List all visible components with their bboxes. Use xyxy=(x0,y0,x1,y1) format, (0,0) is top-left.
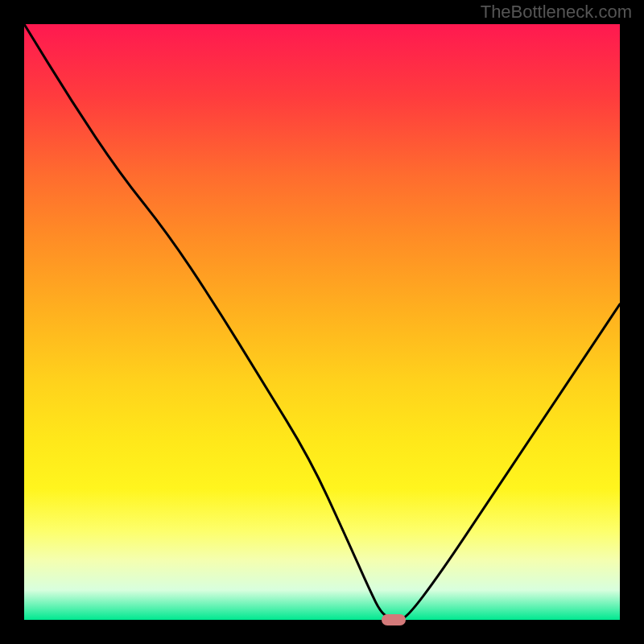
optimal-point-marker xyxy=(382,614,406,625)
chart-plot-area xyxy=(24,24,620,620)
bottleneck-curve xyxy=(24,24,620,620)
watermark-text: TheBottleneck.com xyxy=(481,2,632,23)
